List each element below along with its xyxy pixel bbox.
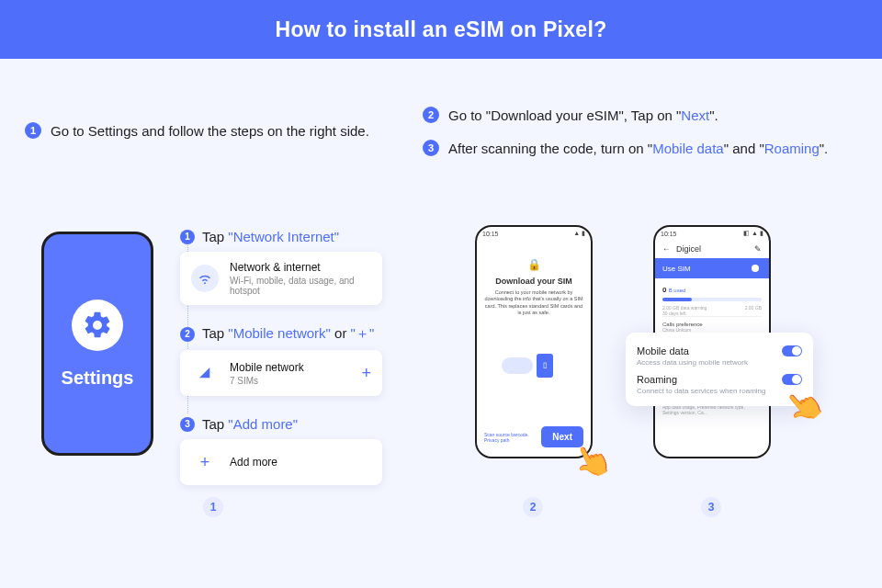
- tile-add-more[interactable]: + Add more: [180, 439, 382, 485]
- tile-subtitle: 7 SIMs: [230, 376, 304, 386]
- gear-icon: [72, 300, 123, 351]
- use-sim-toggle[interactable]: [743, 264, 760, 273]
- status-time: 10:15: [482, 231, 499, 237]
- page-title-text: How to install an eSIM on Pixel?: [275, 17, 606, 42]
- panel-badge-2: 2: [523, 497, 543, 517]
- roaming-row[interactable]: Roaming Connect to data services when ro…: [637, 374, 802, 395]
- mobile-data-sub: Access data using mobile network: [637, 358, 748, 367]
- back-icon[interactable]: ←: [662, 244, 671, 254]
- step-3-line: 3 Tap "Add more": [180, 416, 382, 432]
- status-bar: 10:15 ◧ ▲ ▮: [655, 227, 769, 240]
- carrier-name: Digicel: [676, 244, 701, 254]
- carrier-topbar: ← Digicel ✎: [655, 240, 769, 258]
- tile-mobile-network[interactable]: Mobile network 7 SIMs +: [180, 350, 382, 396]
- wifi-icon: [191, 265, 219, 292]
- plus-icon: +: [191, 448, 219, 476]
- status-icons: ▲ ▮: [573, 230, 585, 237]
- panel-badge-3: 3: [701, 497, 721, 517]
- mobile-data-title: Mobile data: [637, 345, 748, 356]
- instruction-1-text: Go to Settings and follow the steps on t…: [51, 123, 369, 139]
- privacy-link[interactable]: Scan source barcode. Privacy path: [484, 432, 541, 443]
- instruction-3: 3 After scanning the code, turn on "Mobi…: [423, 140, 828, 156]
- use-sim-label: Use SIM: [662, 265, 691, 273]
- step-number: 1: [180, 230, 195, 244]
- mobile-data-toggle[interactable]: [782, 345, 802, 356]
- panel-steps-2-3: 10:15 ▲ ▮ 🔒 Download your SIM Connect to…: [407, 179, 861, 537]
- link-next: Next: [681, 107, 709, 123]
- step-2-line: 2 Tap "Mobile network" or "＋": [180, 325, 382, 343]
- download-sim-title: Download your SIM: [484, 277, 583, 286]
- instruction-1: 1 Go to Settings and follow the steps on…: [25, 122, 369, 139]
- instruction-3-text: After scanning the code, turn on "Mobile…: [448, 141, 828, 156]
- link-roaming: Roaming: [764, 141, 820, 156]
- download-sim-illustration: ▯: [502, 343, 566, 379]
- signal-icon: [191, 359, 219, 387]
- use-sim-row[interactable]: Use SIM: [655, 258, 769, 278]
- cloud-icon: [502, 357, 533, 374]
- phone-mock-download-sim: 10:15 ▲ ▮ 🔒 Download your SIM Connect to…: [475, 225, 593, 458]
- tile-title: Add more: [230, 456, 277, 469]
- step-number: 2: [180, 327, 195, 342]
- step-number: 3: [180, 417, 195, 432]
- page-title: How to install an eSIM on Pixel?: [0, 0, 882, 59]
- step-number: 1: [25, 122, 41, 139]
- next-button[interactable]: Next: [541, 426, 583, 447]
- steps-column: 1 Tap "Network Internet" Network & inter…: [180, 223, 382, 505]
- mobile-data-row[interactable]: Mobile data Access data using mobile net…: [637, 345, 802, 367]
- plus-icon[interactable]: +: [361, 365, 371, 381]
- edit-icon[interactable]: ✎: [754, 244, 762, 254]
- lock-icon: 🔒: [484, 258, 583, 271]
- download-sim-desc: Connect to your mobile network by downlo…: [484, 289, 583, 317]
- step-number: 2: [423, 107, 439, 123]
- settings-label: Settings: [62, 368, 134, 389]
- data-usage-bar: [662, 298, 762, 301]
- status-time: 10:15: [661, 231, 677, 237]
- phone-mock-settings: Settings: [41, 232, 153, 456]
- link-mobile-data: Mobile data: [652, 141, 724, 156]
- instruction-2: 2 Go to "Download your eSIM", Tap on "Ne…: [423, 107, 718, 123]
- tile-subtitle: Wi-Fi, mobile, data usage, and hotspot: [230, 276, 371, 296]
- sim-card-icon: ▯: [537, 354, 553, 378]
- roaming-title: Roaming: [637, 374, 766, 385]
- panel-badge-1: 1: [203, 497, 223, 517]
- instruction-2-text: Go to "Download your eSIM", Tap on "Next…: [448, 107, 718, 123]
- status-icons: ◧ ▲ ▮: [743, 230, 763, 237]
- tile-network-internet[interactable]: Network & internet Wi-Fi, mobile, data u…: [180, 252, 382, 305]
- roaming-sub: Connect to data services when roaming: [637, 387, 766, 395]
- step-1-line: 1 Tap "Network Internet": [180, 229, 382, 244]
- tile-title: Network & internet: [230, 261, 371, 274]
- tile-title: Mobile network: [230, 361, 304, 374]
- status-bar: 10:15 ▲ ▮: [477, 227, 591, 240]
- step-number: 3: [423, 140, 439, 156]
- panel-step-1: Settings 1 Tap "Network Internet" Networ…: [21, 179, 398, 537]
